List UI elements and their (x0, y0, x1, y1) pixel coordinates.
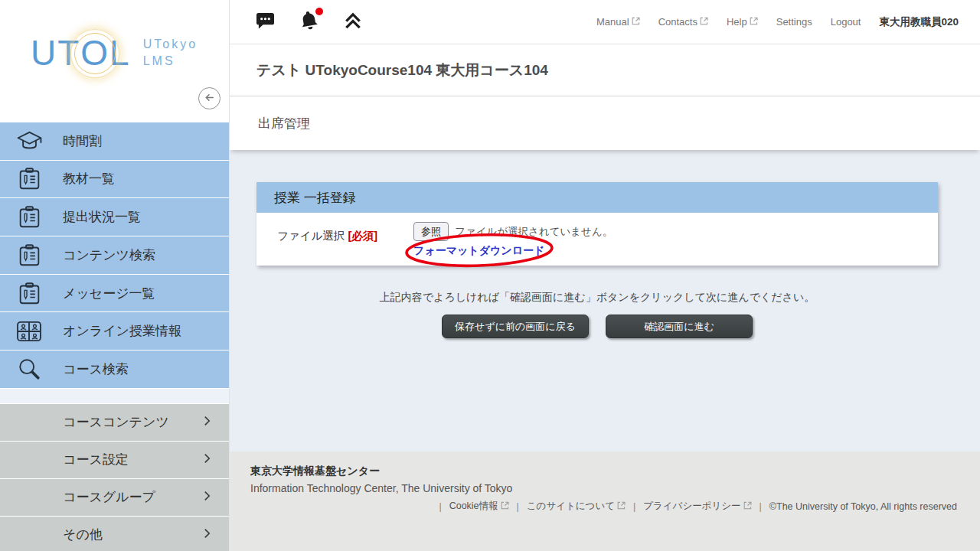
link-label: Cookie情報 (449, 500, 498, 513)
clipboard-icon (15, 167, 43, 191)
external-link-icon (750, 16, 758, 28)
page-title: 出席管理 (258, 115, 310, 132)
browse-file-button[interactable]: 参照 (413, 222, 449, 241)
topbar-link-manual[interactable]: Manual (596, 16, 640, 28)
sidebar-item-timetable[interactable]: 時間割 (0, 122, 229, 160)
proceed-to-confirm-button[interactable]: 確認画面に進む (606, 315, 753, 338)
file-label-text: ファイル選択 (277, 230, 345, 242)
panel-body: ファイル選択 [必須] 参照 ファイルが選択されていません。 フォーマットダウン… (256, 213, 938, 266)
sidebar-item-label: コースグループ (63, 488, 155, 506)
sidebar-item-messages[interactable]: メッセージ一覧 (0, 275, 229, 312)
format-download-link[interactable]: フォーマットダウンロード (413, 244, 544, 256)
clipboard-icon (15, 282, 43, 305)
logo-subtitle: UTokyo LMS (143, 36, 198, 70)
page-header: 出席管理 (230, 96, 980, 150)
chevron-right-icon (204, 490, 211, 504)
instruction-text: 上記内容でよろしければ「確認画面に進む」ボタンをクリックして次に進んでください。 (256, 291, 938, 305)
separator: | (439, 501, 441, 512)
sidebar-item-course-group[interactable]: コースグループ (0, 479, 229, 516)
course-header: テスト UTokyoCourse104 東大用コース104 (230, 44, 980, 96)
footer-link-cookie-info[interactable]: Cookie情報 (449, 500, 509, 513)
link-label: プライバシーポリシー (643, 500, 740, 513)
sidebar-item-label: コースコンテンツ (63, 413, 169, 431)
double-chevron-up-icon (343, 11, 363, 32)
topbar-link-logout[interactable]: Logout (831, 16, 861, 28)
messages-button[interactable] (255, 12, 276, 32)
topbar-link-contacts[interactable]: Contacts (658, 16, 708, 28)
footer-link-about-site[interactable]: このサイトについて (527, 500, 626, 513)
external-link-icon (700, 16, 708, 28)
sidebar-item-online-class-info[interactable]: オンライン授業情報 (0, 312, 229, 350)
external-link-icon (501, 501, 509, 512)
back-without-save-button[interactable]: 保存せずに前の画面に戻る (442, 315, 589, 338)
sidebar-collapse-button[interactable] (198, 87, 220, 109)
chat-bubble-icon (255, 12, 276, 32)
panel-header: 授業 一括登録 (256, 182, 938, 213)
online-class-icon (15, 321, 43, 342)
link-label: このサイトについて (527, 500, 615, 513)
sidebar-item-others[interactable]: その他 (0, 517, 229, 551)
format-download-wrap: フォーマットダウンロード (413, 243, 544, 258)
collapse-header-button[interactable] (343, 11, 363, 32)
graduation-cap-icon (15, 130, 43, 152)
required-badge: [必須] (348, 230, 377, 242)
course-title: テスト UTokyoCourse104 東大用コース104 (256, 60, 548, 80)
footer-copyright: ©The University of Tokyo, All rights res… (769, 501, 957, 512)
separator: | (760, 501, 762, 512)
sidebar-item-label: コンテンツ検索 (63, 246, 155, 264)
search-icon (15, 357, 43, 381)
sidebar-main-menu: 時間割 教材一覧 提出状況一覧 コンテンツ検索 (0, 122, 229, 388)
topbar: Manual Contacts Help Settings Logout 東 (230, 0, 980, 44)
chevron-right-icon (204, 415, 211, 429)
footer: 東京大学情報基盤センター Information Technology Cent… (230, 452, 980, 551)
sidebar-course-menu: コースコンテンツ コース設定 コースグループ その他 (0, 404, 229, 551)
sidebar-item-course-settings[interactable]: コース設定 (0, 442, 229, 478)
sidebar-logo-area: UTOL UTokyo LMS (0, 0, 229, 122)
sidebar-item-content-search[interactable]: コンテンツ検索 (0, 236, 229, 274)
logo-subtitle-line1: UTokyo (143, 36, 198, 53)
sidebar-item-submission-status[interactable]: 提出状況一覧 (0, 198, 229, 236)
main-column: Manual Contacts Help Settings Logout 東 (230, 0, 980, 551)
logo-text: UTOL (31, 35, 131, 70)
bulk-register-panel: 授業 一括登録 ファイル選択 [必須] 参照 ファイルが選択されていません。 フ… (256, 182, 938, 266)
logo-o-with-rings: O (80, 35, 109, 70)
utol-logo[interactable]: UTOL UTokyo LMS (31, 35, 198, 70)
link-label: Manual (596, 16, 629, 28)
footer-link-privacy-policy[interactable]: プライバシーポリシー (643, 500, 751, 513)
sidebar-item-label: メッセージ一覧 (63, 285, 155, 302)
footer-links: | Cookie情報 | このサイトについて | プライバシーポリシー | ©T… (250, 500, 957, 513)
notifications-button[interactable] (299, 10, 320, 34)
footer-org-en: Information Technology Center, The Unive… (250, 482, 957, 494)
sidebar-item-course-search[interactable]: コース検索 (0, 350, 229, 388)
chevron-right-icon (204, 527, 211, 542)
logo-part-ut: UT (31, 33, 80, 73)
logged-in-username: 東大用教職員020 (879, 15, 959, 29)
sidebar-item-label: 教材一覧 (63, 170, 115, 187)
separator: | (633, 501, 635, 512)
file-control: 参照 ファイルが選択されていません。 フォーマットダウンロード (413, 222, 612, 258)
file-input-row: 参照 ファイルが選択されていません。 (413, 222, 612, 241)
file-select-label: ファイル選択 [必須] (277, 222, 413, 258)
link-label: Settings (776, 16, 812, 28)
external-link-icon (632, 16, 640, 28)
sidebar-item-label: その他 (63, 526, 103, 543)
link-label: Contacts (658, 16, 697, 28)
sidebar-item-label: コース検索 (63, 360, 129, 378)
sidebar: UTOL UTokyo LMS 時間割 (0, 0, 230, 551)
separator: | (517, 501, 519, 512)
link-label: Help (727, 16, 747, 28)
sidebar-item-course-contents[interactable]: コースコンテンツ (0, 404, 229, 441)
notification-badge (315, 8, 323, 15)
topbar-icons (255, 10, 363, 34)
sidebar-item-label: 時間割 (63, 132, 102, 150)
link-label: Logout (831, 16, 861, 28)
external-link-icon (743, 501, 752, 512)
topbar-link-settings[interactable]: Settings (776, 16, 812, 28)
clipboard-icon (15, 243, 43, 267)
app-root: UTOL UTokyo LMS 時間割 (0, 0, 980, 551)
content-area: 授業 一括登録 ファイル選択 [必須] 参照 ファイルが選択されていません。 フ… (230, 150, 980, 452)
sidebar-item-materials[interactable]: 教材一覧 (0, 161, 229, 198)
topbar-link-help[interactable]: Help (727, 16, 758, 28)
arrow-left-circle-icon (204, 92, 215, 106)
sidebar-section-gap (0, 389, 229, 403)
